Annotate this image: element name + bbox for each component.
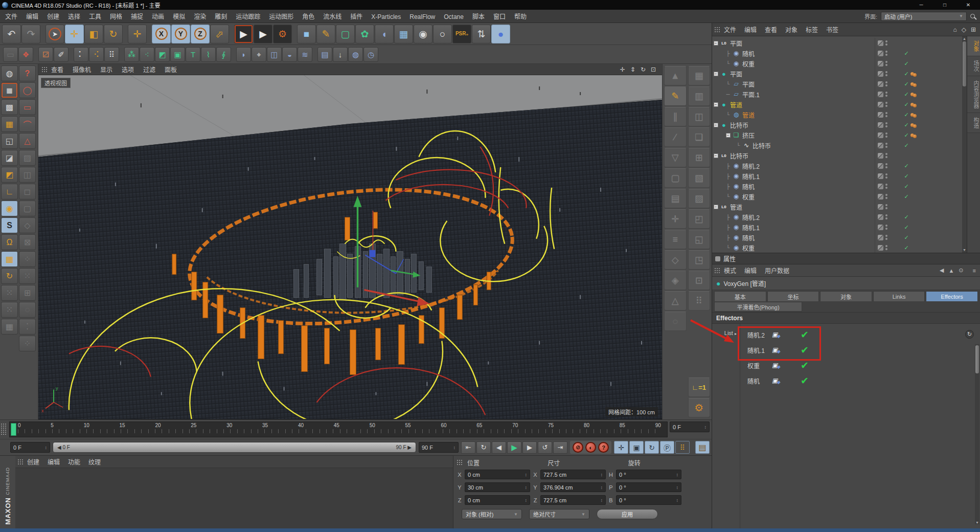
frame-range-slider[interactable]: ◀ 0 F 90 F ▶ [53, 442, 416, 453]
menu-item[interactable]: 插件 [350, 13, 362, 20]
viewport-pan-icon[interactable]: ✛ [620, 66, 625, 73]
live-selection-icon[interactable]: ➤ [45, 25, 64, 43]
points-c-icon[interactable]: ⠿ [104, 47, 119, 62]
effector-enabled-check-icon[interactable]: ✔ [801, 329, 809, 341]
viewport-rotate-icon[interactable]: ↻ [641, 66, 646, 73]
effector-enabled-check-icon[interactable]: ✔ [801, 360, 809, 371]
sep[interactable] [313, 47, 317, 62]
object-tree-row[interactable]: − L0 管道 ✓ [712, 202, 962, 212]
mid-poly-dim-icon[interactable]: ▲ [664, 66, 687, 85]
deformer-bulge-icon[interactable]: ⌖ [252, 47, 266, 62]
dim-c-icon[interactable]: ◻ [19, 184, 36, 199]
visibility-toggles[interactable] [875, 222, 902, 232]
panel-grip[interactable] [457, 459, 463, 465]
object-label[interactable]: 比特币 [730, 151, 748, 160]
material-menu-item[interactable]: 创建 [27, 459, 39, 466]
enabled-check-icon[interactable]: ✓ [902, 71, 910, 77]
deformer-icon[interactable]: ◖ [375, 25, 394, 43]
visibility-toggles[interactable] [875, 48, 902, 58]
workplane-mode-icon[interactable]: ▦ [1, 116, 18, 132]
mid2-e-icon[interactable]: ⊞ [688, 148, 711, 167]
coord-system-icon[interactable]: ⬀ [210, 25, 229, 43]
menu-item[interactable]: Octane [444, 13, 464, 20]
mid2-a-icon[interactable]: ▦ [688, 66, 711, 85]
mid2-j-icon[interactable]: ◳ [688, 250, 711, 270]
dim-h-icon[interactable]: ⁙ [19, 268, 36, 284]
polygons-mode-icon[interactable]: ◩ [1, 167, 18, 183]
object-label[interactable]: 管道 [730, 203, 742, 211]
object-manager-menu-item[interactable]: 查看 [765, 27, 777, 34]
object-tree-row[interactable]: − ├ ◉ 随机.1 ✓ [712, 222, 962, 232]
object-label[interactable]: 随机.2 [742, 213, 760, 221]
enabled-check-icon[interactable]: ✓ [902, 193, 910, 200]
object-tree-row[interactable]: − └ ◉ 权重 ✓ [712, 242, 962, 253]
poly-select-icon[interactable]: △ [19, 133, 36, 149]
attr-back-icon[interactable]: ◀ [940, 267, 944, 274]
key-parameter-button[interactable]: Ⓟ [660, 441, 674, 454]
material-menu-item[interactable]: 编辑 [48, 459, 60, 466]
expander-icon[interactable]: − [714, 153, 718, 158]
object-tag-icon[interactable] [910, 122, 924, 128]
enabled-check-icon[interactable]: ✓ [902, 224, 910, 231]
object-tree-row[interactable]: − ├ ◉ 随机.2 ✓ [712, 161, 962, 171]
object-tree-row[interactable]: − L0 平面 ✓ [712, 38, 962, 48]
object-tag-icon[interactable] [910, 81, 924, 87]
mid-sphere-icon[interactable]: ◌ [664, 312, 687, 331]
film-keyframe-icon[interactable]: ▤ [695, 441, 710, 454]
visibility-toggles[interactable] [875, 242, 902, 253]
visibility-toggles[interactable] [875, 130, 902, 140]
spline-pen-icon[interactable]: ✎ [316, 25, 335, 43]
object-label[interactable]: 随机.1 [742, 223, 760, 232]
viewport-mouse-icon[interactable]: ◉ [1, 201, 18, 216]
visibility-toggles[interactable] [875, 202, 902, 212]
dim-e-icon[interactable]: ◇ [19, 217, 36, 233]
enabled-check-icon[interactable]: ✓ [902, 112, 910, 118]
coordinate-mode-select[interactable]: 对象 (相对)▼ [462, 509, 522, 519]
object-tree-row[interactable]: − L0 比特币 ✓ [712, 150, 962, 161]
effector-list-item[interactable]: 权重 ▣ ◆ ✔ [747, 358, 980, 373]
sep[interactable] [123, 25, 127, 43]
object-manager-menu-item[interactable]: 书签 [826, 27, 838, 34]
menu-item[interactable]: RealFlow [409, 13, 435, 20]
menu-item[interactable]: 编辑 [26, 13, 38, 20]
expander-icon[interactable]: − [714, 205, 718, 209]
mograph-tracer-icon[interactable]: ⌇ [201, 47, 216, 62]
help-icon[interactable]: ? [19, 65, 36, 81]
scale-tool-icon[interactable]: ◧ [84, 25, 103, 43]
dim-l-icon[interactable]: ⁘ [19, 336, 36, 351]
menu-item[interactable]: 模拟 [173, 13, 185, 20]
play-button[interactable]: ▶ [507, 441, 521, 454]
expander-icon[interactable]: − [726, 133, 731, 138]
range-end-field[interactable]: 90 F↕ [419, 442, 459, 453]
visibility-toggles[interactable] [875, 140, 902, 150]
mograph-fracture-icon[interactable]: ◩ [155, 47, 170, 62]
object-tree-row[interactable]: − ├ ◉ 随机 ✓ [712, 232, 962, 242]
mid-cone-icon[interactable]: ▽ [664, 148, 687, 167]
mid-axis-icon[interactable]: ✛ [664, 209, 687, 229]
object-label[interactable]: 权重 [742, 192, 755, 201]
menu-item[interactable]: 选择 [68, 13, 80, 20]
panel-grip[interactable] [714, 27, 721, 33]
autokey-button[interactable]: ◐ [585, 442, 596, 453]
menu-item[interactable]: 创建 [47, 13, 59, 20]
object-label[interactable]: 平面.1 [742, 90, 760, 99]
effector-list-item[interactable]: 随机.1 ▣ ◆ ✔ [747, 342, 980, 358]
enabled-check-icon[interactable]: ✓ [902, 81, 910, 87]
primitive-cube-icon[interactable]: ■ [297, 25, 316, 43]
camera-icon[interactable]: ◉ [414, 25, 432, 43]
visibility-toggles[interactable] [875, 181, 902, 191]
lock-x-axis-icon[interactable]: X [152, 25, 171, 43]
mograph-matrix-icon[interactable]: ⁖ [140, 47, 154, 62]
mid-pyramid-icon[interactable]: △ [664, 291, 687, 311]
viewport-menu-item[interactable]: 过滤 [143, 66, 155, 74]
mid-cube-icon[interactable]: ▢ [664, 168, 687, 188]
mid2-k-icon[interactable]: ⊡ [688, 271, 711, 290]
size-field[interactable]: 727.5 cm↕ [540, 495, 606, 505]
enabled-check-icon[interactable]: ✓ [902, 142, 910, 149]
mid2-c-icon[interactable]: ◫ [688, 107, 711, 126]
menu-item[interactable]: 雕刻 [215, 13, 227, 20]
workplane-lock-icon[interactable]: ▦ [1, 251, 18, 267]
playhead[interactable] [11, 423, 16, 436]
object-tree-row[interactable]: − └ ◍ 管道 ✓ [712, 109, 962, 120]
rotate-tool-icon[interactable]: ↻ [104, 25, 123, 43]
